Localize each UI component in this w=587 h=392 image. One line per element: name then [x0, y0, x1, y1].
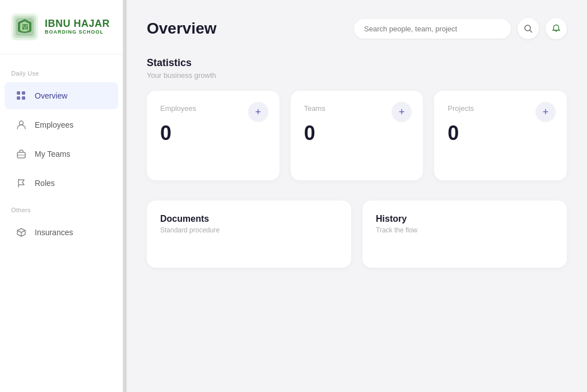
svg-point-8 — [20, 121, 24, 125]
teams-card-value: 0 — [304, 122, 410, 145]
svg-rect-5 — [22, 91, 25, 95]
search-input[interactable] — [364, 25, 501, 33]
svg-rect-4 — [17, 91, 20, 95]
history-title: History — [376, 214, 553, 224]
documents-section: Documents Standard procedure — [147, 200, 351, 268]
stats-grid: Employees 0 + Teams 0 + Projects 0 + — [147, 91, 567, 180]
history-section: History Track the flow — [362, 200, 567, 268]
search-area — [354, 18, 567, 39]
sidebar-item-overview[interactable]: Overview — [4, 82, 118, 109]
sidebar-item-insurances[interactable]: Insurances — [4, 219, 118, 246]
bottom-grid: Documents Standard procedure History Tra… — [147, 200, 567, 268]
logo-sub: BOARDING SCHOOL — [45, 30, 110, 35]
projects-card-value: 0 — [448, 122, 553, 145]
teams-stat-card: Teams 0 + — [291, 91, 423, 180]
sidebar-item-my-teams[interactable]: My Teams — [4, 141, 118, 167]
flag-icon — [16, 178, 27, 189]
person-icon — [16, 119, 27, 130]
logo-name: IBNU HAJAR — [45, 18, 110, 30]
sidebar-overview-label: Overview — [35, 91, 67, 100]
logo-text: IBNU HAJAR BOARDING SCHOOL — [45, 18, 110, 35]
sidebar-insurances-label: Insurances — [35, 228, 73, 237]
sidebar-item-employees[interactable]: Employees — [4, 111, 118, 138]
sidebar-item-roles[interactable]: Roles — [4, 170, 118, 197]
sidebar-divider — [0, 54, 123, 54]
main-content: Overview Statistics Your business growth — [127, 0, 587, 392]
sidebar-my-teams-label: My Teams — [35, 150, 71, 158]
notification-button[interactable] — [546, 18, 567, 39]
briefcase-icon — [16, 148, 27, 160]
svg-text:四: 四 — [22, 24, 28, 30]
sidebar: 四 IBNU HAJAR BOARDING SCHOOL Daily Use O… — [0, 0, 123, 392]
documents-subtitle: Standard procedure — [160, 226, 338, 234]
svg-rect-7 — [22, 96, 25, 100]
logo-area: 四 IBNU HAJAR BOARDING SCHOOL — [0, 0, 123, 54]
page-title: Overview — [147, 20, 217, 38]
employees-add-button[interactable]: + — [248, 102, 268, 122]
sidebar-roles-label: Roles — [35, 179, 55, 188]
search-button[interactable] — [518, 18, 539, 39]
grid-icon — [16, 90, 27, 101]
sidebar-employees-label: Employees — [35, 120, 73, 129]
projects-stat-card: Projects 0 + — [434, 91, 567, 180]
daily-use-label: Daily Use — [0, 61, 123, 81]
top-bar: Overview — [147, 18, 567, 39]
box-icon — [16, 227, 27, 238]
svg-rect-6 — [17, 96, 20, 100]
statistics-header: Statistics Your business growth — [147, 57, 567, 80]
others-label: Others — [0, 198, 123, 218]
statistics-subtitle: Your business growth — [147, 71, 567, 80]
documents-title: Documents — [160, 214, 338, 224]
projects-add-button[interactable]: + — [535, 102, 556, 122]
employees-stat-card: Employees 0 + — [147, 91, 279, 180]
history-subtitle: Track the flow — [376, 226, 553, 234]
search-box — [354, 19, 511, 39]
statistics-title: Statistics — [147, 57, 567, 69]
employees-card-value: 0 — [160, 122, 266, 145]
logo-icon: 四 — [11, 13, 38, 40]
teams-add-button[interactable]: + — [392, 102, 412, 122]
